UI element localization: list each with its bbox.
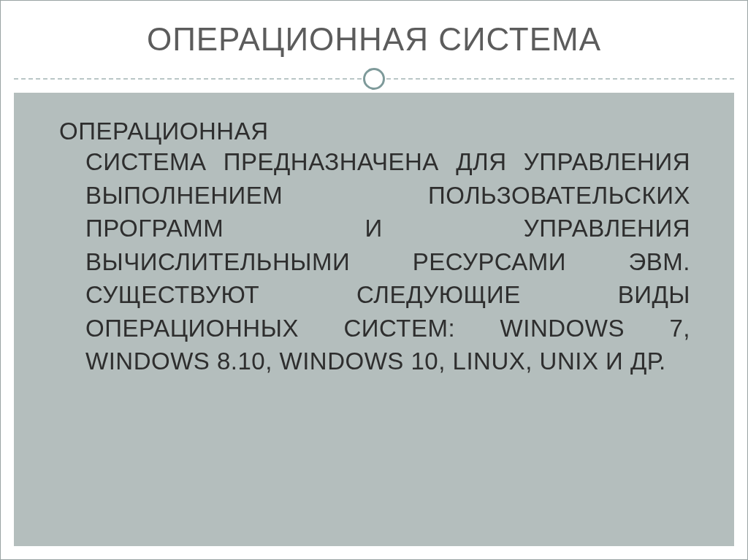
slide-body: ОПЕРАЦИОННАЯ СИСТЕМА ПРЕДНАЗНАЧЕНА ДЛЯ У… (14, 93, 734, 546)
body-lead-word: ОПЕРАЦИОННАЯ (59, 118, 690, 145)
body-paragraph: СИСТЕМА ПРЕДНАЗНАЧЕНА ДЛЯ УПРАВЛЕНИЯ ВЫП… (58, 145, 690, 378)
slide: ОПЕРАЦИОННАЯ СИСТЕМА ОПЕРАЦИОННАЯ СИСТЕМ… (0, 0, 748, 560)
divider-circle-icon (363, 68, 385, 90)
slide-title: ОПЕРАЦИОННАЯ СИСТЕМА (1, 21, 747, 58)
slide-header: ОПЕРАЦИОННАЯ СИСТЕМА (1, 1, 747, 93)
